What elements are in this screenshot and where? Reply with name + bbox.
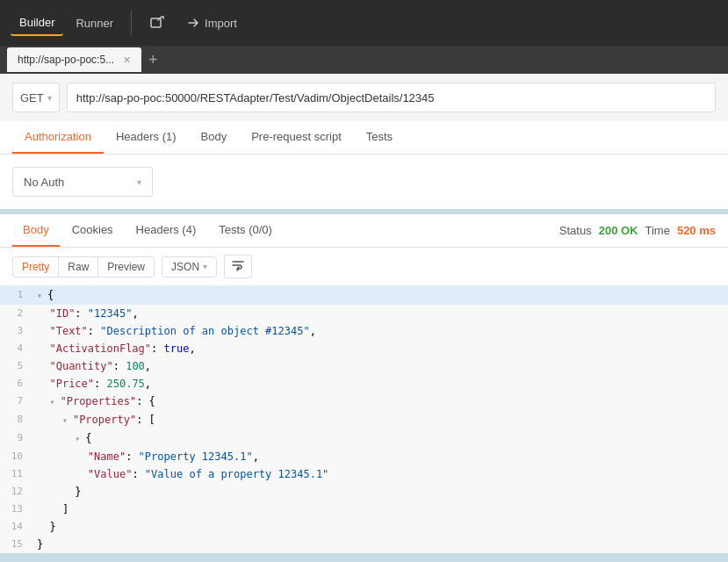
format-tabs: Pretty Raw Preview bbox=[12, 256, 155, 277]
code-line: 1▾{ bbox=[0, 286, 728, 305]
auth-section: No Auth ▾ bbox=[0, 155, 728, 209]
tab-authorization[interactable]: Authorization bbox=[12, 121, 104, 154]
status-value: 200 OK bbox=[599, 224, 638, 237]
json-format-select[interactable]: JSON ▾ bbox=[162, 256, 217, 277]
tab-prerequest[interactable]: Pre-request script bbox=[239, 121, 354, 154]
url-input[interactable] bbox=[67, 83, 716, 112]
tab-headers[interactable]: Headers (1) bbox=[104, 121, 189, 154]
wrap-icon bbox=[232, 259, 244, 271]
tab-close-icon[interactable]: ✕ bbox=[123, 54, 131, 66]
code-line: 5 "Quantity": 100, bbox=[0, 357, 728, 375]
tab-label-0: http://sap-po-poc:5... bbox=[18, 54, 114, 66]
tab-bar: http://sap-po-poc:5... ✕ + bbox=[0, 46, 728, 74]
tab-item-0[interactable]: http://sap-po-poc:5... ✕ bbox=[7, 47, 141, 72]
runner-tab[interactable]: Runner bbox=[67, 11, 122, 35]
code-line: 11 "Value": "Value of a property 12345.1… bbox=[0, 465, 728, 483]
auth-chevron-icon: ▾ bbox=[137, 177, 141, 187]
fmt-tab-raw[interactable]: Raw bbox=[59, 257, 98, 277]
fmt-tab-preview[interactable]: Preview bbox=[98, 257, 154, 277]
request-tabs: Authorization Headers (1) Body Pre-reque… bbox=[0, 121, 728, 155]
status-area: Status 200 OK Time 520 ms bbox=[559, 224, 716, 237]
code-line: 4 "ActivationFlag": true, bbox=[0, 340, 728, 357]
method-value: GET bbox=[20, 91, 44, 104]
method-select[interactable]: GET ▾ bbox=[12, 83, 60, 112]
tab-body[interactable]: Body bbox=[189, 121, 240, 154]
code-line: 2 "ID": "12345", bbox=[0, 305, 728, 322]
code-line: 15} bbox=[0, 536, 728, 553]
tab-add-button[interactable]: + bbox=[143, 52, 163, 68]
builder-tab[interactable]: Builder bbox=[11, 11, 63, 36]
new-window-icon bbox=[149, 15, 165, 31]
navbar: Builder Runner Import bbox=[0, 0, 728, 46]
code-line: 12 } bbox=[0, 483, 728, 501]
code-line: 6 "Price": 250.75, bbox=[0, 375, 728, 393]
fmt-tab-pretty[interactable]: Pretty bbox=[13, 257, 59, 277]
time-value: 520 ms bbox=[677, 224, 716, 237]
code-line: 13 ] bbox=[0, 501, 728, 518]
code-line: 9 ▾{ bbox=[0, 429, 728, 448]
code-line: 3 "Text": "Description of an object #123… bbox=[0, 322, 728, 340]
code-line: 14 } bbox=[0, 518, 728, 536]
import-button[interactable]: Import bbox=[177, 11, 246, 35]
new-tab-button[interactable] bbox=[141, 10, 174, 36]
response-tabs-row: Body Cookies Headers (4) Tests (0/0) Sta… bbox=[0, 214, 728, 248]
code-area: 1▾{2 "ID": "12345",3 "Text": "Descriptio… bbox=[0, 286, 728, 553]
resp-tab-body[interactable]: Body bbox=[12, 214, 60, 247]
nav-divider bbox=[131, 11, 132, 35]
code-line: 7 ▾"Properties": { bbox=[0, 393, 728, 411]
json-format-value: JSON bbox=[171, 261, 199, 273]
url-area: GET ▾ bbox=[0, 74, 728, 121]
resp-tab-tests[interactable]: Tests (0/0) bbox=[208, 214, 283, 247]
format-row: Pretty Raw Preview JSON ▾ bbox=[0, 248, 728, 286]
time-label: Time bbox=[645, 224, 670, 237]
status-label: Status bbox=[559, 224, 592, 237]
method-chevron-icon: ▾ bbox=[47, 93, 52, 103]
resp-tab-cookies[interactable]: Cookies bbox=[61, 214, 124, 247]
code-line: 8 ▾"Property": [ bbox=[0, 411, 728, 429]
resp-tab-headers[interactable]: Headers (4) bbox=[126, 214, 207, 247]
auth-type-select[interactable]: No Auth ▾ bbox=[12, 167, 153, 197]
import-icon bbox=[186, 16, 200, 30]
runner-label: Runner bbox=[76, 17, 113, 30]
tab-tests[interactable]: Tests bbox=[354, 121, 405, 154]
response-section: Body Cookies Headers (4) Tests (0/0) Sta… bbox=[0, 214, 728, 553]
import-label: Import bbox=[205, 17, 237, 30]
auth-type-value: No Auth bbox=[24, 176, 64, 189]
json-chevron-icon: ▾ bbox=[203, 262, 207, 271]
builder-label: Builder bbox=[19, 16, 54, 29]
wrap-button[interactable] bbox=[224, 255, 252, 278]
code-line: 10 "Name": "Property 12345.1", bbox=[0, 448, 728, 465]
